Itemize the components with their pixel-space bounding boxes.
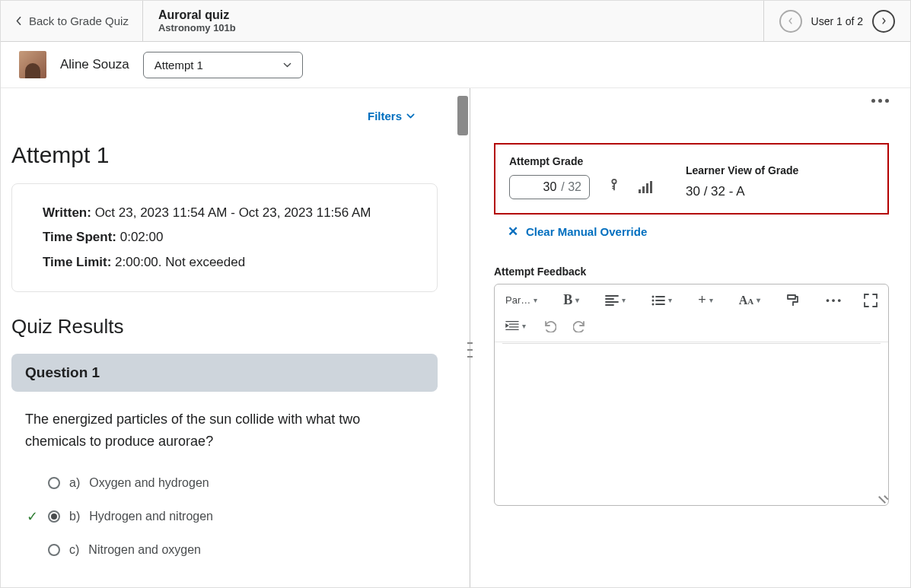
format-painter-button[interactable] — [783, 291, 803, 310]
redo-icon — [573, 319, 587, 332]
course-name: Astronomy 101b — [158, 22, 236, 33]
format-painter-icon — [786, 294, 800, 307]
learner-view-label: Learner View of Grade — [686, 164, 798, 176]
list-button[interactable]: ▾ — [648, 291, 675, 310]
attempt-heading: Attempt 1 — [11, 142, 438, 168]
chevron-down-icon — [283, 61, 291, 69]
fullscreen-button[interactable] — [861, 291, 881, 310]
align-left-icon — [605, 294, 619, 307]
option-text: Nitrogen and oxygen — [88, 543, 201, 557]
resize-handle-icon[interactable] — [876, 493, 885, 502]
more-actions-button[interactable] — [871, 99, 889, 103]
question-header: Question 1 — [11, 354, 438, 392]
option-row-c: c) Nitrogen and oxygen — [11, 534, 438, 566]
option-text: Oxygen and hydrogen — [89, 476, 209, 490]
filters-button[interactable]: Filters — [368, 110, 415, 122]
editor-toolbar: Par…▾ B▾ ▾ ▾ +▾ AA▾ — [495, 284, 888, 316]
chevron-left-icon — [786, 17, 795, 25]
chevron-right-icon — [880, 17, 888, 25]
toolbar-more-button[interactable]: ••• — [823, 291, 846, 309]
chevron-down-icon — [406, 112, 415, 120]
expand-icon — [864, 294, 878, 307]
option-row-b: ✓ b) Hydrogen and nitrogen — [11, 499, 438, 534]
editor-textarea[interactable] — [495, 344, 888, 505]
checkmark-icon: ✓ — [25, 508, 39, 525]
question-text: The energized particles of the sun colli… — [11, 408, 438, 468]
option-row-a: a) Oxygen and hydrogen — [11, 467, 438, 499]
option-letter: c) — [69, 543, 79, 557]
written-row: Written: Oct 23, 2023 11:54 AM - Oct 23,… — [43, 201, 406, 225]
indent-button[interactable]: ▾ — [502, 316, 529, 335]
key-icon[interactable] — [608, 179, 620, 195]
align-button[interactable]: ▾ — [602, 291, 629, 310]
avatar — [19, 51, 46, 78]
font-format-button[interactable]: AA▾ — [736, 291, 764, 310]
divider-handle-icon — [467, 339, 473, 361]
radio-unselected — [48, 477, 60, 489]
left-pane: Filters Attempt 1 Written: Oct 23, 2023 … — [1, 88, 468, 588]
prev-user-button[interactable] — [779, 10, 802, 33]
grade-input[interactable]: 30 / 32 — [509, 175, 590, 199]
bold-button[interactable]: B▾ — [560, 289, 582, 311]
indent-icon — [505, 319, 519, 332]
svg-point-3 — [652, 303, 655, 305]
option-letter: b) — [69, 510, 80, 523]
svg-point-1 — [652, 295, 655, 297]
back-label: Back to Grade Quiz — [29, 14, 129, 27]
radio-unselected — [48, 544, 60, 556]
radio-selected — [48, 510, 60, 523]
next-user-button[interactable] — [872, 10, 895, 33]
filters-label: Filters — [368, 110, 402, 122]
bullet-list-icon — [651, 294, 665, 307]
scrollbar-thumb[interactable] — [457, 96, 468, 135]
back-to-grade-quiz-button[interactable]: Back to Grade Quiz — [1, 1, 143, 41]
grade-max: / 32 — [561, 180, 581, 194]
feedback-label: Attempt Feedback — [494, 265, 889, 278]
attempt-info-card: Written: Oct 23, 2023 11:54 AM - Oct 23,… — [11, 183, 438, 292]
clear-override-button[interactable]: ✕ Clear Manual Override — [508, 224, 889, 240]
right-pane: Attempt Grade 30 / 32 Learner View of Gr… — [473, 88, 910, 588]
title-block: Auroral quiz Astronomy 101b — [143, 1, 251, 41]
insert-button[interactable]: +▾ — [695, 289, 716, 311]
chevron-left-icon — [14, 17, 23, 25]
user-nav: User 1 of 2 — [763, 1, 910, 41]
timelimit-row: Time Limit: 2:00:00. Not exceeded — [43, 250, 406, 275]
attempt-select[interactable]: Attempt 1 — [143, 52, 303, 78]
clear-override-label: Clear Manual Override — [526, 225, 647, 238]
quiz-title: Auroral quiz — [158, 8, 236, 22]
student-name: Aline Souza — [60, 57, 129, 72]
paragraph-style-select[interactable]: Par…▾ — [502, 291, 540, 309]
attempt-grade-label: Attempt Grade — [509, 155, 652, 167]
close-icon: ✕ — [508, 224, 518, 240]
learner-grade-value: 30 / 32 - A — [686, 184, 798, 199]
option-letter: a) — [69, 476, 80, 490]
undo-button[interactable] — [540, 316, 559, 335]
top-header: Back to Grade Quiz Auroral quiz Astronom… — [1, 1, 910, 42]
grade-score: 30 — [543, 180, 557, 194]
timespent-row: Time Spent: 0:02:00 — [43, 225, 406, 250]
grade-box-highlighted: Attempt Grade 30 / 32 Learner View of Gr… — [494, 143, 889, 215]
svg-point-2 — [652, 299, 655, 301]
attempt-select-value: Attempt 1 — [154, 59, 203, 72]
feedback-editor: Par…▾ B▾ ▾ ▾ +▾ AA▾ — [494, 284, 889, 506]
editor-toolbar-row2: ▾ — [495, 316, 888, 342]
option-text: Hydrogen and nitrogen — [89, 510, 213, 523]
main-split: Filters Attempt 1 Written: Oct 23, 2023 … — [1, 88, 910, 588]
stats-icon[interactable] — [639, 181, 652, 193]
results-heading: Quiz Results — [11, 315, 438, 338]
redo-button[interactable] — [570, 316, 590, 335]
student-bar: Aline Souza Attempt 1 — [1, 42, 910, 88]
undo-icon — [543, 319, 556, 332]
user-count-label: User 1 of 2 — [811, 15, 863, 27]
